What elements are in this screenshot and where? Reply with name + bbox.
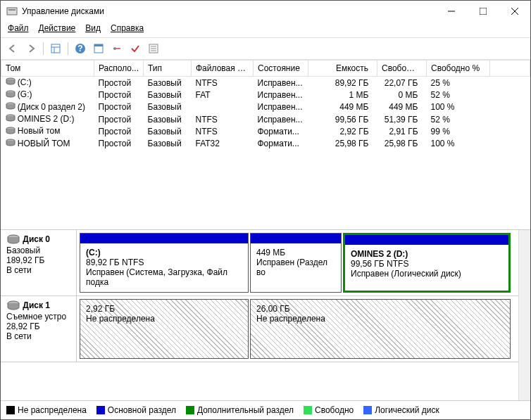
- table-row[interactable]: НОВЫЙ ТОМПростойБазовыйFAT32Формати...25…: [1, 138, 530, 150]
- volume-icon: [6, 77, 15, 88]
- table-row[interactable]: (C:)ПростойБазовыйNTFSИсправен...89,92 Г…: [1, 77, 530, 89]
- svg-rect-6: [51, 44, 60, 53]
- menu-view[interactable]: Вид: [85, 23, 101, 33]
- disk-label[interactable]: Диск 0Базовый189,92 ГБВ сети: [1, 230, 77, 295]
- partition-size: 99,56 ГБ NTFS: [351, 259, 503, 269]
- disk-type: Базовый: [6, 246, 40, 255]
- menu-help[interactable]: Справка: [111, 23, 144, 33]
- cell-fs: FAT: [192, 89, 254, 101]
- partition[interactable]: 449 МБИсправен (Раздел во: [250, 233, 342, 293]
- app-icon: [6, 6, 18, 17]
- volume-icon: [6, 127, 15, 137]
- col-free[interactable]: Свобод...: [377, 61, 427, 77]
- partition-status: Исправен (Логический диск): [351, 269, 503, 279]
- table-row[interactable]: Новый томПростойБазовыйNTFSФормати...2,9…: [1, 125, 530, 137]
- partition-header: [345, 235, 508, 245]
- disk-name: Диск 0: [23, 234, 50, 244]
- toolbar: ?: [1, 37, 530, 60]
- volume-icon: [6, 114, 15, 125]
- disk-label[interactable]: Диск 1Съемное устро28,92 ГБВ сети: [1, 296, 77, 362]
- legend-primary: Основной раздел: [96, 405, 176, 415]
- view-list-icon[interactable]: [48, 41, 63, 56]
- minimize-button[interactable]: [435, 1, 467, 22]
- close-button[interactable]: [499, 1, 530, 22]
- legend-unallocated: Не распределена: [6, 405, 87, 415]
- legend-free: Свободно: [304, 405, 354, 415]
- toolbar-separator: [43, 42, 44, 55]
- col-capacity[interactable]: Емкость: [308, 61, 377, 77]
- menu-action[interactable]: Действие: [39, 23, 76, 33]
- cell-fs: NTFS: [192, 77, 254, 89]
- col-freepct[interactable]: Свободно %: [427, 61, 490, 77]
- partition-title: OMINES 2 (D:): [351, 249, 503, 259]
- col-fs[interactable]: Файловая с...: [192, 61, 254, 77]
- volume-icon: [6, 90, 15, 101]
- col-type[interactable]: Тип: [144, 61, 192, 77]
- partition[interactable]: OMINES 2 (D:)99,56 ГБ NTFSИсправен (Логи…: [343, 233, 511, 293]
- cell-layout: Простой: [94, 138, 144, 150]
- partitions-container: 2,92 ГБНе распределена26,00 ГБНе распред…: [77, 296, 518, 362]
- cell-type: Базовый: [144, 77, 192, 89]
- disk-status: В сети: [6, 265, 32, 275]
- partition[interactable]: 2,92 ГБНе распределена: [80, 299, 249, 359]
- forward-button[interactable]: [23, 41, 39, 56]
- partition-body: OMINES 2 (D:)99,56 ГБ NTFSИсправен (Логи…: [345, 245, 508, 291]
- maximize-button[interactable]: [467, 1, 499, 22]
- partition-body: 2,92 ГБНе распределена: [80, 300, 248, 358]
- partition-size: 26,00 ГБ: [256, 304, 504, 314]
- cell-freepct: 25 %: [427, 77, 490, 89]
- settings-icon[interactable]: [109, 41, 125, 56]
- view-graphical-icon[interactable]: [91, 41, 106, 56]
- volume-list[interactable]: Том Располо... Тип Файловая с... Состоян…: [1, 60, 530, 230]
- menu-file[interactable]: Файл: [8, 23, 29, 33]
- cell-status: Исправен...: [254, 113, 308, 125]
- legend-extended: Дополнительный раздел: [186, 405, 294, 415]
- window-title: Управление дисками: [22, 6, 435, 16]
- col-status[interactable]: Состояние: [254, 61, 308, 77]
- disk-row: Диск 1Съемное устро28,92 ГБВ сети2,92 ГБ…: [1, 296, 518, 362]
- svg-text:?: ?: [77, 44, 82, 53]
- cell-freepct: 99 %: [427, 125, 490, 137]
- cell-fs: NTFS: [192, 113, 254, 125]
- svg-rect-3: [480, 8, 487, 15]
- help-icon[interactable]: ?: [73, 41, 88, 56]
- cell-freepct: 100 %: [427, 138, 490, 150]
- graphical-view: Диск 0Базовый189,92 ГБВ сети(C:)89,92 ГБ…: [1, 230, 530, 419]
- cell-fs: NTFS: [192, 125, 254, 137]
- partition-header: [80, 234, 248, 243]
- cell-freepct: 52 %: [427, 89, 490, 101]
- disk-type: Съемное устро: [6, 312, 66, 322]
- col-layout[interactable]: Располо...: [94, 61, 144, 77]
- partition-size: 89,92 ГБ NTFS: [86, 257, 242, 267]
- cell-free: 0 МБ: [377, 89, 427, 101]
- table-row[interactable]: (Диск 0 раздел 2)ПростойБазовыйИсправен.…: [1, 101, 530, 113]
- properties-icon[interactable]: [146, 41, 161, 56]
- cell-type: Базовый: [144, 138, 192, 150]
- disk-icon: [6, 234, 20, 246]
- partition-status: Исправен (Система, Загрузка, Файл подка: [86, 267, 242, 287]
- cell-capacity: 2,92 ГБ: [308, 125, 377, 137]
- table-row[interactable]: (G:)ПростойБазовыйFATИсправен...1 МБ0 МБ…: [1, 89, 530, 101]
- partition[interactable]: (C:)89,92 ГБ NTFSИсправен (Система, Загр…: [80, 233, 249, 293]
- svg-rect-12: [94, 44, 103, 46]
- table-header-row[interactable]: Том Располо... Тип Файловая с... Состоян…: [1, 61, 530, 77]
- col-volume[interactable]: Том: [1, 61, 94, 77]
- cell-free: 51,39 ГБ: [377, 113, 427, 125]
- table-row[interactable]: OMINES 2 (D:)ПростойБазовыйNTFSИсправен.…: [1, 113, 530, 125]
- back-button[interactable]: [5, 41, 20, 56]
- cell-volume: (Диск 0 раздел 2): [18, 102, 85, 112]
- check-icon[interactable]: [127, 41, 143, 56]
- cell-volume: (G:): [18, 89, 32, 99]
- cell-capacity: 25,98 ГБ: [308, 138, 377, 150]
- cell-capacity: 99,56 ГБ: [308, 113, 377, 125]
- cell-volume: Новый том: [18, 126, 61, 136]
- cell-layout: Простой: [94, 113, 144, 125]
- svg-rect-0: [7, 8, 17, 15]
- partition[interactable]: 26,00 ГБНе распределена: [250, 299, 511, 359]
- partition-title: (C:): [86, 248, 242, 257]
- vertical-scrollbar[interactable]: [518, 230, 530, 400]
- partition-status: Не распределена: [86, 314, 242, 324]
- partition-body: 26,00 ГБНе распределена: [251, 300, 510, 358]
- partition-body: (C:)89,92 ГБ NTFSИсправен (Система, Загр…: [80, 243, 248, 292]
- cell-capacity: 89,92 ГБ: [308, 77, 377, 89]
